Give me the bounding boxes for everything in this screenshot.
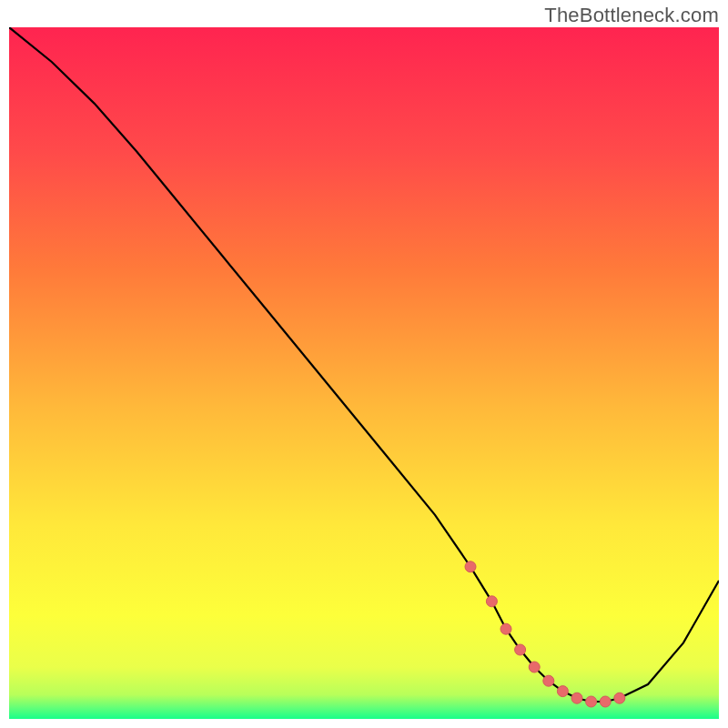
marker-point (515, 644, 526, 655)
marker-point (586, 696, 597, 707)
marker-point (571, 693, 582, 703)
marker-point (614, 693, 625, 703)
marker-point (500, 623, 511, 634)
marker-point (557, 686, 568, 697)
marker-point (465, 561, 476, 572)
marker-point (543, 675, 554, 686)
marker-point (529, 662, 540, 672)
gradient-background (9, 27, 719, 719)
marker-point (600, 696, 611, 707)
chart-frame: TheBottleneck.com (0, 0, 728, 728)
chart-svg (9, 27, 719, 719)
marker-point (486, 596, 497, 607)
plot-area (9, 27, 719, 719)
watermark-text: TheBottleneck.com (544, 4, 719, 27)
